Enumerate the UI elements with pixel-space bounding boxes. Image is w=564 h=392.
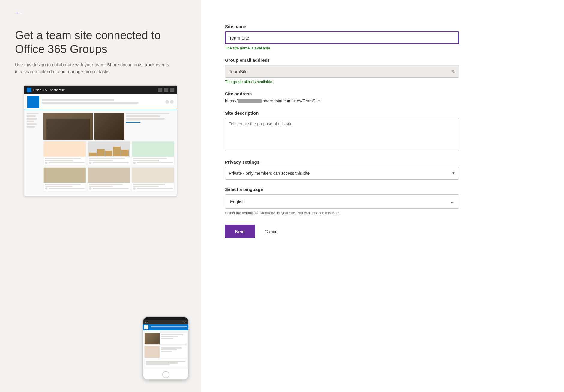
- edit-icon[interactable]: ✎: [451, 69, 455, 74]
- sp-card4-lines: [44, 183, 86, 191]
- mobile-bottom-line2: [146, 362, 178, 364]
- sp-nav-lines: [42, 99, 163, 105]
- mobile-card1-line3: [161, 338, 173, 339]
- group-email-label: Group email address: [225, 58, 459, 63]
- sp-nav-circle1: [165, 100, 169, 104]
- sp-card4-img: [44, 168, 86, 183]
- back-button[interactable]: ←: [15, 9, 22, 17]
- language-value: English: [230, 199, 245, 204]
- mobile-card2-text: [160, 346, 187, 358]
- language-label: Select a language: [225, 187, 459, 192]
- mobile-bottom-card: [144, 359, 187, 367]
- mobile-card2-line1: [161, 347, 182, 349]
- sp-card4-line2: [45, 186, 73, 187]
- sp-card3-img: [132, 142, 174, 157]
- form-section: Site name The site name is available. Gr…: [225, 24, 459, 238]
- sp-card6-img: [132, 168, 174, 183]
- sp-card1-dot: [45, 162, 47, 164]
- site-description-group: Site description: [225, 111, 459, 152]
- sp-card5-line2: [89, 186, 113, 187]
- privacy-settings-group: Privacy settings Private - only members …: [225, 159, 459, 180]
- sp-topbar-icon1: [158, 88, 162, 92]
- sp-content-area: [44, 113, 174, 191]
- privacy-select-wrapper: Private - only members can access this s…: [225, 167, 459, 180]
- mobile-card2-line3: [161, 351, 172, 352]
- sp-main-content: [24, 110, 177, 196]
- next-button[interactable]: Next: [225, 225, 255, 238]
- site-address-group: Site address https://.sharepoint.com/sit…: [225, 91, 459, 103]
- sp-card5-line1: [89, 184, 123, 185]
- sp-card3-lines: [132, 157, 174, 165]
- sp-card6-line1: [133, 184, 165, 185]
- sp-card6-dot: [133, 187, 136, 190]
- mobile-status-bar: 9:41 ●●●: [143, 320, 188, 324]
- sp-hero-img-secondary: [94, 113, 124, 140]
- sp-topbar-icons: [158, 88, 174, 92]
- sp-sidebar-line3: [27, 118, 37, 120]
- mobile-bottom-line3: [146, 364, 170, 365]
- cancel-button[interactable]: Cancel: [259, 225, 285, 238]
- sp-card3-dot: [133, 162, 136, 164]
- sp-card1: [44, 141, 86, 165]
- chart-bar4: [113, 147, 121, 156]
- mobile-nav-logo: [144, 325, 148, 329]
- page-description: Use this design to collaborate with your…: [15, 61, 171, 75]
- site-description-label: Site description: [225, 111, 459, 116]
- language-group: Select a language English ⌄ Select the d…: [225, 187, 459, 215]
- sp-card5: [88, 167, 130, 191]
- site-address-suffix: .sharepoint.com/sites/TeamSite: [262, 99, 320, 103]
- sp-card3-dot-row: [133, 162, 173, 164]
- chart-bar1: [89, 153, 97, 156]
- sp-navbar: [24, 94, 177, 110]
- sp-card4: [44, 167, 86, 191]
- privacy-settings-select[interactable]: Private - only members can access this s…: [225, 167, 459, 180]
- sp-text-line1: [126, 113, 170, 114]
- mobile-card1-line1: [161, 334, 183, 335]
- sp-card1-line2: [45, 160, 73, 161]
- sp-card1-dot-row: [45, 162, 85, 164]
- back-arrow-icon: ←: [15, 9, 22, 17]
- mobile-bottom-line1: [146, 361, 186, 362]
- group-email-value: TeamSite: [229, 69, 451, 74]
- sp-card5-line3: [93, 188, 129, 189]
- sp-card6-line2: [133, 186, 159, 187]
- sp-hero-images: [44, 113, 174, 140]
- sp-card2-dot: [89, 162, 92, 164]
- sp-card5-dot: [89, 187, 92, 190]
- sp-card4-dot: [45, 187, 47, 190]
- sp-card2-lines: [88, 157, 130, 165]
- sp-sidebar: [27, 113, 42, 191]
- sp-nav-circles: [165, 100, 174, 104]
- sp-topbar: Office 365 SharePoint: [24, 86, 177, 94]
- mobile-card2: [144, 346, 187, 358]
- group-email-group: Group email address TeamSite ✎ The group…: [225, 58, 459, 84]
- site-address-text: https://.sharepoint.com/sites/TeamSite: [225, 99, 459, 103]
- sp-card3: [132, 141, 174, 165]
- sp-card2-img: [88, 142, 130, 157]
- sp-topbar-icon2: [164, 88, 168, 92]
- sp-card3-line2: [133, 160, 159, 161]
- language-select-display[interactable]: English ⌄: [225, 194, 459, 209]
- sp-nav-circle2: [170, 100, 174, 104]
- sp-nav-logo: [27, 96, 39, 108]
- sp-card3-line3: [137, 162, 173, 163]
- mobile-card1-line2: [161, 336, 178, 337]
- mobile-card1: [144, 333, 187, 345]
- language-hint: Select the default site language for you…: [225, 211, 459, 215]
- sp-card6-line3: [137, 188, 173, 189]
- mobile-card1-text: [160, 333, 187, 344]
- buttons-row: Next Cancel: [225, 225, 459, 238]
- sp-card2-line1: [89, 158, 125, 159]
- sp-card4-line1: [45, 184, 81, 185]
- mobile-card2-img: [145, 346, 160, 358]
- sp-card2-line2: [89, 160, 113, 161]
- sp-sidebar-line1: [27, 113, 39, 114]
- sp-sidebar-line6: [27, 126, 35, 128]
- group-email-availability: The group alias is available.: [225, 79, 459, 84]
- sp-card5-dot-row: [89, 187, 129, 190]
- mobile-notch: [143, 317, 188, 320]
- mobile-card1-img: [145, 333, 160, 344]
- site-description-textarea[interactable]: [225, 118, 459, 151]
- site-name-input[interactable]: [225, 31, 459, 44]
- sp-sidebar-line5: [27, 123, 37, 125]
